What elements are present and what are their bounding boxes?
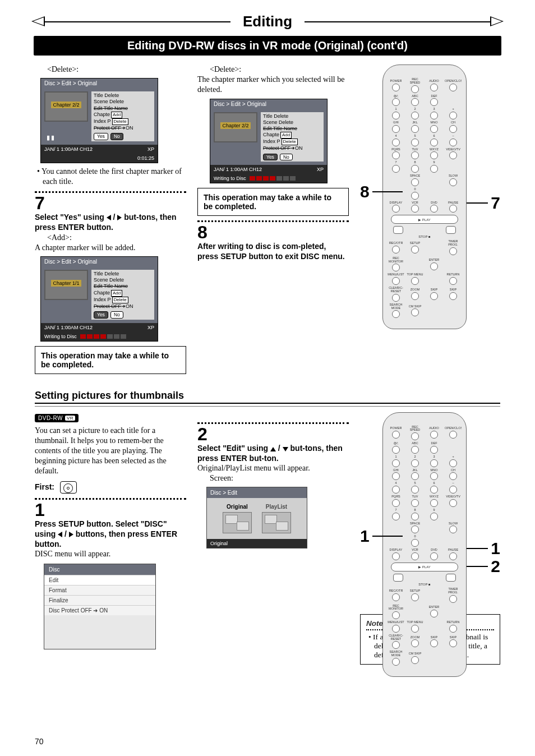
tab-playlist: PlayList bbox=[262, 504, 291, 533]
step-1-result: DISC menu will appear. bbox=[35, 549, 186, 559]
osd-breadcrumb: Disc > Edit > Original bbox=[41, 79, 158, 88]
osd-panel-add-writing: Disc > Edit > Original Chapter 1/1 Title… bbox=[40, 256, 158, 342]
delete-desc: The chapter marker which you selected wi… bbox=[197, 75, 349, 95]
step-7-instruction: Select "Yes" using / but-tons, then pres… bbox=[35, 212, 186, 232]
list-item: Format bbox=[44, 585, 155, 595]
note-list: You cannot delete the first chapter mark… bbox=[35, 167, 186, 187]
tab-original: Original bbox=[223, 504, 252, 533]
step-2-result: Original/PlayList menu will appear. bbox=[197, 463, 349, 473]
page-title: Editing bbox=[230, 13, 305, 30]
osd-disc-edit: Disc > Edit Original PlayList Original bbox=[206, 487, 307, 548]
screen-label: Screen: bbox=[210, 473, 349, 483]
pause-icon: ▮▮ bbox=[47, 134, 56, 141]
step-number-7: 7 bbox=[35, 194, 186, 212]
page-number: 70 bbox=[35, 737, 44, 746]
step-1-instruction: Press SETUP button. Select "DISC" using … bbox=[35, 519, 186, 550]
thumbnails-intro: You can set a picture to each title for … bbox=[35, 426, 186, 477]
callout-num-1-left: 1 bbox=[360, 527, 370, 546]
remote-diagram-bottom: POWERREC SPEEDAUDIOOPEN/CLOSE@/;ABCDEF12… bbox=[382, 412, 467, 677]
delete-label-1: <Delete>: bbox=[47, 64, 186, 75]
osd-thumbnail: Chapter 2/2 bbox=[44, 91, 88, 122]
osd-panel-delete-writing: Disc > Edit > Original Chapter 2/2 Title… bbox=[210, 99, 328, 184]
callout-num-8: 8 bbox=[360, 182, 370, 201]
list-item: Edit bbox=[44, 575, 155, 585]
remote-diagram-top: POWERREC SPEEDAUDIOOPEN/CLOSE@/;ABCDEF12… bbox=[382, 64, 467, 329]
column-3-top: POWERREC SPEEDAUDIOOPEN/CLOSE@/;ABCDEF12… bbox=[360, 64, 500, 379]
list-item: Finalize bbox=[44, 595, 155, 605]
delete-label-2: <Delete>: bbox=[210, 64, 349, 75]
callout-operation-note-2: This operation may take a while to be co… bbox=[197, 188, 349, 216]
dvd-rw-badge: DVD-RWVR bbox=[35, 414, 79, 422]
section-heading-thumbnails: Setting pictures for thumbnails bbox=[35, 390, 500, 402]
add-label: <Add>: bbox=[47, 233, 186, 243]
page-title-band: Editing bbox=[35, 10, 500, 33]
add-text: A chapter marker will be added. bbox=[35, 243, 186, 253]
step-8-instruction: After writing to disc is com-pleted, pre… bbox=[197, 241, 349, 261]
lower-column-1: DVD-RWVR You can set a picture to each t… bbox=[35, 412, 186, 665]
callout-operation-note-1: This operation may take a while to be co… bbox=[35, 346, 186, 374]
step-number-1: 1 bbox=[35, 501, 186, 519]
column-2: <Delete>: The chapter marker which you s… bbox=[197, 64, 349, 379]
callout-num-7: 7 bbox=[491, 193, 500, 213]
step-number-8: 8 bbox=[197, 223, 349, 241]
column-1: <Delete>: Disc > Edit > Original Chapter… bbox=[35, 64, 186, 379]
first-label: First: bbox=[35, 481, 186, 494]
callout-num-1-right: 1 bbox=[491, 539, 500, 558]
disc-icon bbox=[60, 481, 77, 494]
osd-context-menu: Title Delete Scene Delete Edit Title Nam… bbox=[91, 91, 154, 141]
step-2-instruction: Select "Edit" using / but-tons, then pre… bbox=[197, 443, 349, 463]
osd-panel-delete-confirm: Disc > Edit > Original Chapter 2/2 Title… bbox=[40, 78, 158, 163]
osd-disc-menu: Disc Edit Format Finalize Disc Protect O… bbox=[44, 564, 156, 649]
step-number-2: 2 bbox=[197, 425, 349, 443]
callout-num-2-right: 2 bbox=[491, 557, 500, 576]
list-item: Disc Protect OFF ➜ ON bbox=[44, 605, 155, 615]
page-subtitle: Editing DVD-RW discs in VR mode (Origina… bbox=[34, 36, 501, 56]
lower-column-3: POWERREC SPEEDAUDIOOPEN/CLOSE@/;ABCDEF12… bbox=[360, 412, 500, 665]
lower-column-2: 2 Select "Edit" using / but-tons, then p… bbox=[197, 412, 349, 665]
